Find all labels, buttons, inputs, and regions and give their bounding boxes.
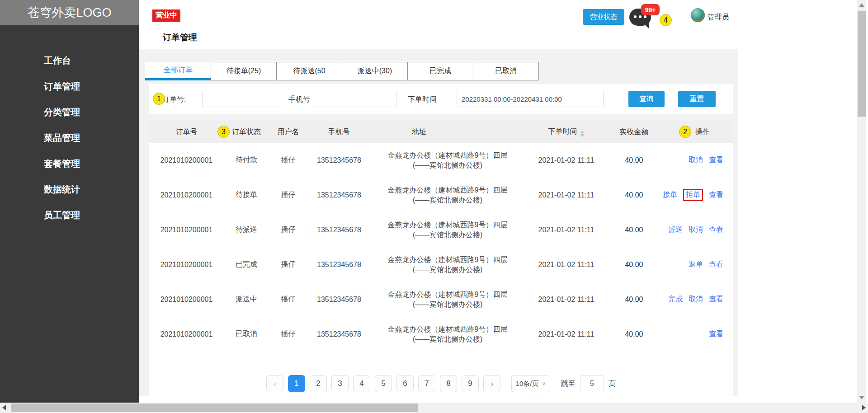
cell-address: 金燕龙办公楼（建材城西路9号）四层(——宾馆北侧办公楼) — [371, 255, 524, 275]
column-header-label: 实收金额 — [620, 128, 649, 136]
pagination-prev-button[interactable]: ‹ — [266, 375, 283, 392]
deliver-action-link[interactable]: 派送 — [668, 225, 683, 235]
horizontal-scrollbar[interactable] — [0, 403, 868, 413]
order-no-input[interactable] — [202, 91, 277, 107]
order-tabs: 全部订单待接单(25)待派送(50派送中(30)已完成已取消 — [145, 62, 539, 80]
pagination-page-9[interactable]: 9 — [462, 375, 479, 392]
cell-amount: 40.00 — [608, 330, 660, 338]
scroll-right-icon[interactable] — [862, 405, 866, 410]
tab-delivering[interactable]: 派送中(30) — [342, 62, 408, 80]
pagination-page-1[interactable]: 1 — [288, 375, 305, 392]
sidebar-item-setmeal-management[interactable]: 套餐管理 — [0, 151, 139, 177]
pagination-page-5[interactable]: 5 — [375, 375, 392, 392]
view-action-link[interactable]: 查看 — [709, 155, 723, 165]
column-header-address: 地址 — [342, 127, 496, 137]
address-line2: (——宾馆北侧办公楼) — [371, 230, 524, 240]
column-header-user-name: 用户名 — [269, 127, 307, 137]
chevron-down-icon: ∨ — [542, 380, 546, 387]
accept-action-link[interactable]: 接单 — [663, 190, 677, 200]
table-row: 2021010200001待接单播仔13512345678金燕龙办公楼（建材城西… — [149, 178, 733, 212]
orders-table: 3 2 订单号订单状态用户名手机号地址下单时间实收金额操作 2021010200… — [149, 121, 733, 396]
chat-dots-icon — [629, 15, 651, 18]
cell-operations: 退单查看 — [660, 260, 733, 269]
cell-amount: 40.00 — [608, 156, 660, 164]
scroll-left-icon[interactable] — [2, 405, 6, 410]
address-line2: (——宾馆北侧办公楼) — [371, 195, 524, 205]
sidebar-item-statistics[interactable]: 数据统计 — [0, 177, 139, 202]
view-action-link[interactable]: 查看 — [709, 225, 723, 235]
cell-order-time: 2021-01-02 11:11 — [524, 191, 608, 199]
reset-button[interactable]: 重置 — [678, 91, 716, 107]
cell-order-status: 已完成 — [224, 260, 269, 269]
jump-to-page-input[interactable] — [580, 375, 604, 392]
refund-action-link[interactable]: 退单 — [689, 260, 703, 269]
table-row: 2021010200001待派送播仔13512345678金燕龙办公楼（建材城西… — [149, 212, 733, 247]
tab-pending-accept[interactable]: 待接单(25) — [211, 62, 277, 80]
cancel-action-link[interactable]: 取消 — [689, 295, 703, 304]
page-title: 订单管理 — [163, 32, 197, 43]
tab-completed[interactable]: 已完成 — [407, 62, 473, 80]
order-time-range-input[interactable] — [457, 91, 604, 107]
pagination-page-3[interactable]: 3 — [331, 375, 349, 392]
cancel-action-link[interactable]: 取消 — [689, 225, 703, 235]
column-header-label: 地址 — [412, 128, 426, 136]
cell-address: 金燕龙办公楼（建材城西路9号）四层(——宾馆北侧办公楼) — [371, 150, 524, 170]
cell-user-name: 播仔 — [269, 155, 307, 165]
address-line2: (——宾馆北侧办公楼) — [371, 334, 524, 344]
annotation-marker-3: 3 — [217, 126, 230, 138]
reject-action-link-highlighted[interactable]: 拒单 — [683, 189, 703, 201]
cell-order-time: 2021-01-02 11:11 — [524, 261, 608, 269]
sort-caret-icon[interactable] — [580, 131, 585, 137]
avatar[interactable] — [691, 8, 705, 22]
user-name: 管理员 — [708, 13, 729, 22]
view-action-link[interactable]: 查看 — [709, 190, 723, 200]
cell-order-time: 2021-01-02 11:11 — [524, 156, 608, 164]
page-size-select[interactable]: 10条/页 ∨ — [511, 375, 550, 392]
search-button[interactable]: 查询 — [628, 91, 665, 107]
column-header-order-time[interactable]: 下单时间 — [524, 127, 608, 137]
pagination-page-7[interactable]: 7 — [418, 375, 435, 392]
cell-order-no: 2021010200001 — [149, 330, 224, 338]
sidebar-item-order-management[interactable]: 订单管理 — [0, 74, 139, 99]
scroll-down-icon[interactable] — [859, 396, 864, 399]
address-line1: 金燕龙办公楼（建材城西路9号）四层 — [371, 185, 524, 195]
cell-phone: 13512345678 — [307, 226, 371, 234]
view-action-link[interactable]: 查看 — [709, 295, 723, 304]
view-action-link[interactable]: 查看 — [709, 329, 723, 339]
table-row: 2021010200001派送中播仔13512345678金燕龙办公楼（建材城西… — [149, 282, 733, 317]
sidebar-item-employee-management[interactable]: 员工管理 — [0, 202, 139, 228]
tab-all-orders[interactable]: 全部订单 — [145, 62, 211, 80]
sidebar-item-workbench[interactable]: 工作台 — [0, 48, 139, 74]
view-action-link[interactable]: 查看 — [709, 260, 723, 269]
cell-address: 金燕龙办公楼（建材城西路9号）四层(——宾馆北侧办公楼) — [371, 185, 524, 205]
vertical-scrollbar[interactable] — [857, 0, 866, 403]
pagination-next-button[interactable]: › — [483, 375, 500, 392]
cell-phone: 13512345678 — [307, 191, 371, 199]
cell-order-time: 2021-01-02 11:11 — [524, 296, 608, 304]
cell-operations: 取消查看 — [660, 155, 733, 165]
pagination-page-2[interactable]: 2 — [310, 375, 327, 392]
cell-amount: 40.00 — [608, 296, 660, 304]
sidebar-item-category-management[interactable]: 分类管理 — [0, 99, 139, 125]
sidebar-item-dish-management[interactable]: 菜品管理 — [0, 125, 139, 151]
tab-pending-delivery[interactable]: 待派送(50 — [276, 62, 342, 80]
pagination-page-8[interactable]: 8 — [440, 375, 457, 392]
cancel-action-link[interactable]: 取消 — [689, 155, 703, 165]
topbar: 营业中 订单管理 营业状态 99+ 4 管理员 — [139, 0, 738, 49]
address-line2: (——宾馆北侧办公楼) — [371, 300, 524, 310]
scroll-up-icon[interactable] — [859, 3, 864, 7]
complete-action-link[interactable]: 完成 — [668, 295, 683, 304]
tab-cancelled[interactable]: 已取消 — [473, 62, 539, 80]
column-header-order-no: 订单号 — [149, 127, 224, 137]
phone-input[interactable] — [313, 91, 396, 107]
business-status-button[interactable]: 营业状态 — [583, 9, 624, 25]
vertical-scrollbar-thumb[interactable] — [858, 11, 866, 117]
cell-phone: 13512345678 — [307, 261, 371, 269]
address-line1: 金燕龙办公楼（建材城西路9号）四层 — [371, 220, 524, 230]
horizontal-scrollbar-thumb[interactable] — [11, 404, 418, 412]
column-header-operations: 操作 — [660, 127, 733, 137]
pagination-page-4[interactable]: 4 — [353, 375, 370, 392]
page-size-value: 10条/页 — [516, 380, 539, 388]
order-time-label: 下单时间 — [408, 95, 437, 104]
pagination-page-6[interactable]: 6 — [396, 375, 414, 392]
